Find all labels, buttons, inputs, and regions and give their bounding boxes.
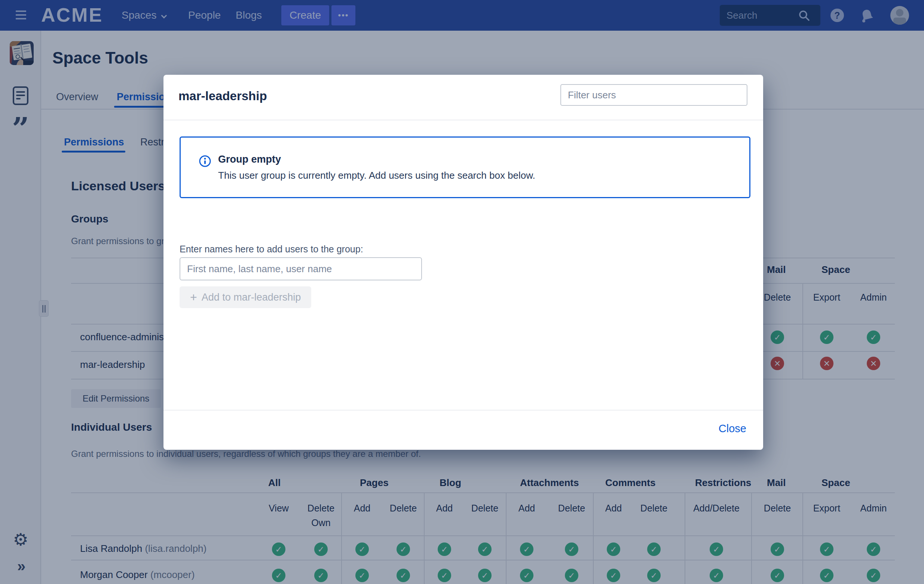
app-window: ACME Spaces People Blogs Create ••• ? — [0, 0, 924, 584]
add-to-group-button[interactable]: +Add to mar-leadership — [180, 286, 311, 308]
info-icon — [199, 155, 211, 169]
info-title: Group empty — [218, 154, 281, 165]
close-link[interactable]: Close — [719, 423, 746, 435]
add-users-input[interactable] — [180, 257, 422, 280]
add-users-label: Enter names here to add users to the gro… — [180, 244, 363, 255]
info-body: This user group is currently empty. Add … — [218, 170, 535, 181]
filter-users-input[interactable] — [560, 84, 747, 106]
dialog-header-divider — [163, 120, 763, 120]
dialog-title: mar-leadership — [178, 89, 267, 103]
dialog-footer-divider — [163, 410, 763, 411]
group-empty-info-panel: Group empty This user group is currently… — [180, 137, 751, 198]
plus-icon: + — [190, 291, 197, 304]
group-members-dialog: mar-leadership Group empty This user gro… — [163, 75, 763, 450]
